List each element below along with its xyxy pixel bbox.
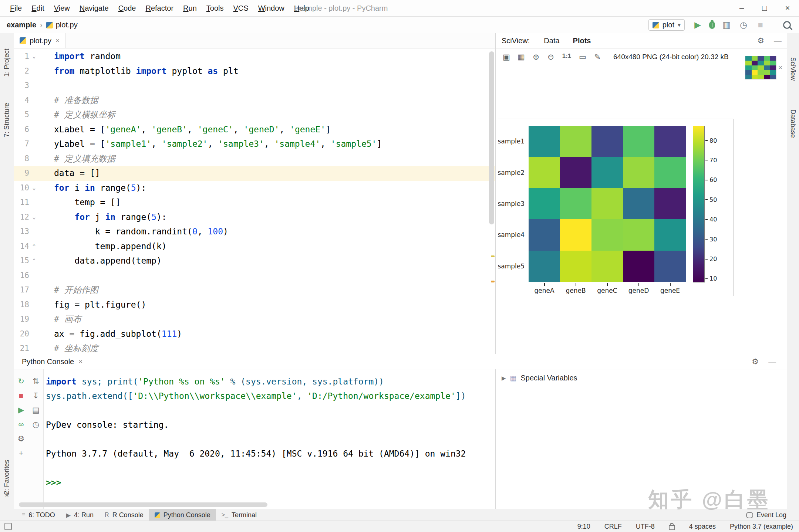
- gear-icon[interactable]: ⚙: [757, 36, 764, 45]
- sidebar-item-sciview[interactable]: SciView: [787, 47, 799, 91]
- heatmap-cell: [529, 157, 560, 188]
- toolwindow-6-todo[interactable]: ≡6: TODO: [16, 509, 61, 521]
- coverage-button[interactable]: ▥: [721, 20, 732, 30]
- menu-vcs[interactable]: VCS: [229, 0, 253, 16]
- close-icon[interactable]: ×: [776, 0, 799, 16]
- interpreter[interactable]: Python 3.7 (example): [730, 523, 793, 531]
- fit-window-icon[interactable]: ▭: [576, 52, 589, 61]
- menu-edit[interactable]: Edit: [27, 0, 49, 16]
- console-output[interactable]: import sys; print('Python %s on %s' % (s…: [44, 369, 498, 509]
- menu-navigate[interactable]: Navigate: [75, 0, 114, 16]
- toolwindow-terminal[interactable]: >_Terminal: [216, 509, 262, 521]
- code-line: 2from matplotlib import pyplot as plt: [14, 64, 495, 79]
- thumbnail-close-icon[interactable]: ×: [778, 64, 782, 72]
- thumbnail-cell: [758, 75, 764, 79]
- thumbnail-cell: [758, 61, 764, 65]
- editor-scrollbar[interactable]: [489, 51, 494, 224]
- tab-plot-py[interactable]: plot.py ×: [14, 33, 66, 48]
- minimize-icon[interactable]: —: [768, 357, 776, 366]
- fit-content-icon[interactable]: ▣: [500, 52, 513, 61]
- scroll-end-icon[interactable]: ↧: [33, 388, 39, 403]
- fold-icon[interactable]: ⌃: [29, 239, 39, 254]
- close-icon[interactable]: ×: [55, 37, 60, 45]
- thumbnail-cell: [752, 56, 758, 61]
- line-number: 3: [14, 78, 29, 93]
- fold-icon[interactable]: ⌄: [29, 181, 39, 196]
- tool-window-toggle-icon[interactable]: [4, 523, 12, 530]
- line-separator[interactable]: CRLF: [604, 523, 622, 531]
- add-icon[interactable]: +: [19, 446, 23, 460]
- softwrap-icon[interactable]: ⇅: [33, 374, 39, 388]
- zoom-out-icon[interactable]: ⊖: [545, 52, 557, 61]
- code-line: 15⌃ data.append(temp): [14, 254, 495, 268]
- fold-icon[interactable]: ⌄: [29, 49, 39, 64]
- heatmap-cell: [591, 157, 623, 188]
- code-editor[interactable]: 1⌄import random2from matplotlib import p…: [14, 48, 495, 354]
- actual-size-icon[interactable]: 1:1: [559, 52, 574, 61]
- menu-run[interactable]: Run: [178, 0, 202, 16]
- line-number: 17: [14, 283, 29, 298]
- command-queue-icon[interactable]: ∞: [18, 417, 24, 431]
- history-icon[interactable]: ◷: [33, 417, 39, 431]
- menu-tools[interactable]: Tools: [202, 0, 229, 16]
- minimize-icon[interactable]: —: [774, 36, 782, 45]
- fold-gutter: [29, 152, 39, 166]
- gear-icon[interactable]: ⚙: [752, 357, 759, 366]
- stop-icon[interactable]: ■: [19, 388, 24, 403]
- colorbar-tick: 80: [705, 137, 717, 144]
- line-number: 10: [14, 181, 29, 196]
- editor: plot.py × 1⌄import random2from matplotli…: [14, 33, 495, 354]
- sidebar-item-1-project[interactable]: 1: Project: [0, 40, 14, 85]
- rerun-icon[interactable]: ↻: [18, 374, 24, 388]
- menu-window[interactable]: Window: [253, 0, 289, 16]
- menu-view[interactable]: View: [49, 0, 75, 16]
- code-text: import random: [39, 49, 121, 64]
- fold-icon[interactable]: ⌃: [29, 254, 39, 268]
- minimize-icon[interactable]: –: [730, 0, 753, 16]
- settings-icon[interactable]: ⚙: [18, 431, 25, 446]
- stop-button[interactable]: ■: [755, 20, 766, 30]
- menu-code[interactable]: Code: [114, 0, 141, 16]
- toolwindow-4-run[interactable]: ▶4: Run: [61, 509, 99, 521]
- tab-plots[interactable]: Plots: [573, 37, 591, 45]
- thumbnail-cell: [758, 70, 764, 74]
- heatmap-cell: [591, 219, 623, 250]
- profiler-button[interactable]: ◷: [738, 20, 749, 30]
- breadcrumb-example[interactable]: example: [7, 21, 36, 29]
- zoom-in-icon[interactable]: ⊕: [530, 52, 542, 61]
- chevron-down-icon: ▾: [678, 21, 681, 28]
- toolwindow-python-console[interactable]: Python Console: [149, 509, 216, 521]
- breadcrumb-plot-py[interactable]: plot.py: [46, 21, 78, 29]
- sidebar-item-database[interactable]: Database: [787, 101, 799, 146]
- console-line: [46, 403, 498, 418]
- run-configuration-select[interactable]: plot ▾: [648, 19, 685, 31]
- plot-thumbnail[interactable]: [745, 56, 776, 79]
- caret-position[interactable]: 9:10: [577, 523, 590, 531]
- fold-icon[interactable]: ⌄: [29, 210, 39, 225]
- menu-file[interactable]: File: [5, 0, 27, 16]
- debug-button[interactable]: [709, 21, 715, 29]
- tab-data[interactable]: Data: [544, 37, 559, 45]
- toolwindow-r-console[interactable]: RR Console: [99, 509, 149, 521]
- print-icon[interactable]: ▤: [32, 403, 40, 417]
- sidebar-item-7-structure[interactable]: 7: Structure: [0, 98, 14, 142]
- resume-icon[interactable]: ▶: [18, 403, 24, 417]
- stripe-mark[interactable]: [491, 281, 495, 282]
- grid-icon[interactable]: ▦: [515, 52, 527, 61]
- indent[interactable]: 4 spaces: [689, 523, 716, 531]
- heatmap-cell: [591, 188, 623, 219]
- color-picker-icon[interactable]: ✎: [591, 52, 604, 61]
- thumbnail-cell: [764, 75, 770, 79]
- menu-refactor[interactable]: Refactor: [141, 0, 178, 16]
- expander-arrow-icon[interactable]: ▶: [502, 375, 506, 382]
- console-scrollbar[interactable]: [19, 502, 267, 507]
- tab-python-console[interactable]: Python Console ×: [16, 355, 88, 369]
- search-icon[interactable]: [783, 21, 791, 29]
- run-button[interactable]: ▶: [692, 20, 703, 30]
- encoding[interactable]: UTF-8: [636, 523, 655, 531]
- stripe-mark[interactable]: [491, 255, 495, 257]
- y-tick-label: sample2: [498, 157, 526, 188]
- close-icon[interactable]: ×: [78, 358, 82, 366]
- lock-icon[interactable]: [669, 525, 675, 530]
- maximize-icon[interactable]: □: [753, 0, 776, 16]
